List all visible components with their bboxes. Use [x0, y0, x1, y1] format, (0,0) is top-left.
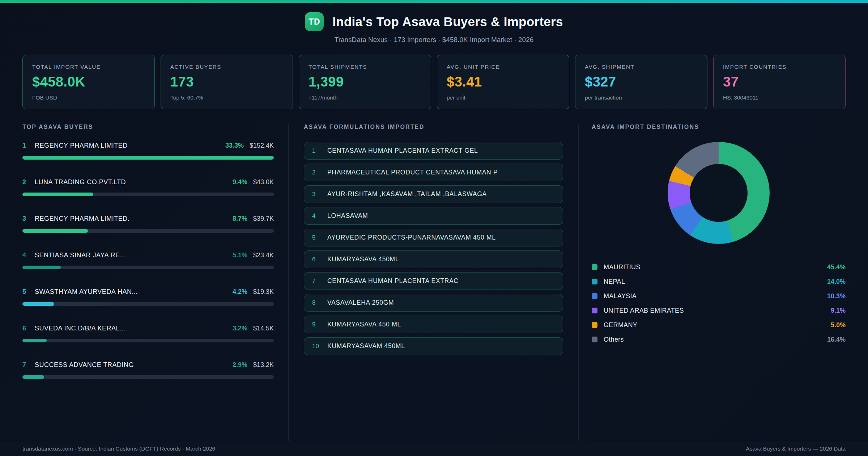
formulation-rank: 4 — [312, 212, 327, 220]
formulation-pill[interactable]: 2PHARMACEUTICAL PRODUCT CENTASAVA HUMAN … — [304, 164, 563, 181]
buyer-bar-track — [22, 339, 274, 342]
stat-sub: ▯117/month — [309, 94, 421, 101]
stats-row: TOTAL IMPORT VALUE$458.0KFOB USDACTIVE B… — [22, 55, 846, 109]
formulation-rank: 9 — [312, 321, 327, 328]
buyer-rank: 6 — [22, 325, 35, 332]
formulation-pill[interactable]: 7CENTASAVA HUMAN PLACENTA EXTRAC — [304, 272, 563, 290]
stat-value: $327 — [585, 74, 698, 90]
stat-card-5: AVG. SHIPMENT$327per transaction — [575, 55, 707, 109]
buyer-row-head: 5SWASTHYAM AYURVEDA HAN...4.2%$19.3K — [22, 288, 274, 296]
buyer-row: 3REGENCY PHARMA LIMITED.8.7%$39.7K — [22, 215, 274, 233]
buyer-value: $13.2K — [253, 361, 274, 369]
legend-share-pct: 5.0% — [831, 321, 846, 329]
buyer-name: SUCCESS ADVANCE TRADING — [35, 361, 134, 369]
legend-row: GERMANY5.0% — [592, 318, 846, 332]
stat-value: 1,399 — [309, 74, 421, 90]
stat-sub: per transaction — [585, 94, 698, 101]
buyer-share-pct: 3.2% — [233, 325, 247, 332]
formulation-pill[interactable]: 3AYUR-RISHTAM ,KASAVAM ,TAILAM ,BALASWAG… — [304, 185, 563, 203]
buyer-row: 1REGENCY PHARMA LIMITED33.3%$152.4K — [22, 142, 274, 160]
legend-share-pct: 45.4% — [827, 263, 846, 271]
buyer-row: 7SUCCESS ADVANCE TRADING2.9%$13.2K — [22, 361, 274, 379]
legend-share-pct: 14.0% — [827, 278, 846, 286]
legend-swatch — [592, 279, 597, 284]
formulation-pill[interactable]: 9KUMARYASAVA 450 ML — [304, 316, 563, 333]
formulation-pill[interactable]: 1CENTASAVA HUMAN PLACENTA EXTRACT GEL — [304, 142, 563, 160]
formulation-name: VASAVALEHA 250GM — [327, 299, 394, 307]
buyers-section: TOP ASAVA BUYERS 1REGENCY PHARMA LIMITED… — [22, 124, 289, 442]
legend-country-label: UNITED ARAB EMIRATES — [604, 307, 684, 314]
formulation-name: KUMARYASAVA 450ML — [327, 256, 399, 263]
legend-swatch — [592, 293, 597, 299]
legend-share-pct: 10.3% — [827, 292, 846, 300]
buyer-bar-fill — [22, 193, 93, 196]
buyer-row-head: 1REGENCY PHARMA LIMITED33.3%$152.4K — [22, 142, 274, 149]
formulation-rank: 7 — [312, 278, 327, 285]
buyer-name: SENTIASA SINAR JAYA RE... — [35, 252, 126, 259]
buyer-bar-track — [22, 193, 274, 196]
buyer-row-head: 4SENTIASA SINAR JAYA RE...5.1%$23.4K — [22, 252, 274, 259]
stat-card-6: IMPORT COUNTRIES37HS: 30049011 — [713, 55, 846, 109]
footer-report-text: Asava Buyers & Importers — 2026 Data — [746, 446, 846, 452]
buyer-rank: 5 — [22, 288, 35, 296]
formulation-rank: 5 — [312, 234, 327, 241]
buyer-bar-fill — [22, 229, 88, 233]
stat-sub: FOB USD — [32, 94, 145, 101]
donut-chart-wrap — [592, 142, 846, 244]
buyer-bar-track — [22, 156, 274, 160]
buyers-section-title: TOP ASAVA BUYERS — [22, 124, 274, 130]
buyer-value: $19.3K — [253, 288, 274, 296]
formulation-pill[interactable]: 4LOHASAVAM — [304, 207, 563, 225]
formulation-pill[interactable]: 10KUMARYASAVAM 450ML — [304, 337, 563, 355]
buyer-value: $39.7K — [253, 215, 274, 223]
legend-row: UNITED ARAB EMIRATES9.1% — [592, 303, 846, 318]
page-title: India's Top Asava Buyers & Importers — [332, 14, 563, 29]
buyer-row: 2LUNA TRADING CO.PVT.LTD9.4%$43.0K — [22, 178, 274, 196]
formulation-rank: 8 — [312, 299, 327, 307]
legend-country-label: MALAYSIA — [604, 292, 637, 300]
formulation-pill[interactable]: 5AYURVEDIC PRODUCTS-PUNARNAVASAVAM 450 M… — [304, 229, 563, 246]
buyer-name: LUNA TRADING CO.PVT.LTD — [35, 178, 126, 186]
buyer-share-pct: 2.9% — [233, 361, 247, 369]
formulation-pill[interactable]: 6KUMARYASAVA 450ML — [304, 250, 563, 268]
legend-country-label: MAURITIUS — [604, 263, 641, 271]
buyer-rank: 4 — [22, 252, 35, 259]
buyer-share-pct: 5.1% — [233, 252, 247, 259]
buyer-value: $14.5K — [253, 325, 274, 332]
formulations-section: ASAVA FORMULATIONS IMPORTED 1CENTASAVA H… — [289, 124, 579, 442]
donut-legend: MAURITIUS45.4%NEPAL14.0%MALAYSIA10.3%UNI… — [592, 260, 846, 347]
legend-row: NEPAL14.0% — [592, 274, 846, 289]
stat-sub: Top 5: 60.7% — [170, 94, 283, 101]
destinations-section-title: ASAVA IMPORT DESTINATIONS — [592, 124, 846, 130]
buyer-row: 6SUVEDA INC.D/B/A KERAL...3.2%$14.5K — [22, 325, 274, 342]
formulation-name: AYUR-RISHTAM ,KASAVAM ,TAILAM ,BALASWAGA — [327, 190, 487, 198]
buyer-bar-fill — [22, 339, 47, 342]
buyer-row-head: 3REGENCY PHARMA LIMITED.8.7%$39.7K — [22, 215, 274, 223]
buyer-bar-track — [22, 229, 274, 233]
legend-row: MAURITIUS45.4% — [592, 260, 846, 274]
buyer-row-head: 2LUNA TRADING CO.PVT.LTD9.4%$43.0K — [22, 178, 274, 186]
buyer-value: $152.4K — [250, 142, 274, 149]
stat-card-3: TOTAL SHIPMENTS1,399▯117/month — [299, 55, 431, 109]
formulation-rank: 3 — [312, 191, 327, 198]
formulation-name: CENTASAVA HUMAN PLACENTA EXTRACT GEL — [327, 147, 478, 155]
stat-label: TOTAL SHIPMENTS — [309, 64, 421, 70]
formulation-rank: 6 — [312, 256, 327, 263]
buyer-row-head: 7SUCCESS ADVANCE TRADING2.9%$13.2K — [22, 361, 274, 369]
buyer-share-pct: 9.4% — [233, 178, 247, 186]
buyer-value: $23.4K — [253, 252, 274, 259]
stat-value: $458.0K — [32, 74, 145, 90]
stat-label: AVG. UNIT PRICE — [447, 64, 559, 70]
legend-country-label: Others — [604, 336, 624, 343]
buyer-rank: 7 — [22, 361, 35, 369]
stat-card-2: ACTIVE BUYERS173Top 5: 60.7% — [161, 55, 293, 109]
header: TD India's Top Asava Buyers & Importers … — [0, 3, 868, 44]
formulation-pill[interactable]: 8VASAVALEHA 250GM — [304, 294, 563, 312]
buyer-row: 5SWASTHYAM AYURVEDA HAN...4.2%$19.3K — [22, 288, 274, 306]
legend-share-pct: 9.1% — [831, 307, 846, 314]
formulation-name: KUMARYASAVA 450 ML — [327, 321, 401, 328]
stat-card-1: TOTAL IMPORT VALUE$458.0KFOB USD — [22, 55, 155, 109]
buyer-bar-fill — [22, 375, 44, 379]
formulation-name: AYURVEDIC PRODUCTS-PUNARNAVASAVAM 450 ML — [327, 234, 496, 241]
legend-country-label: GERMANY — [604, 321, 637, 329]
